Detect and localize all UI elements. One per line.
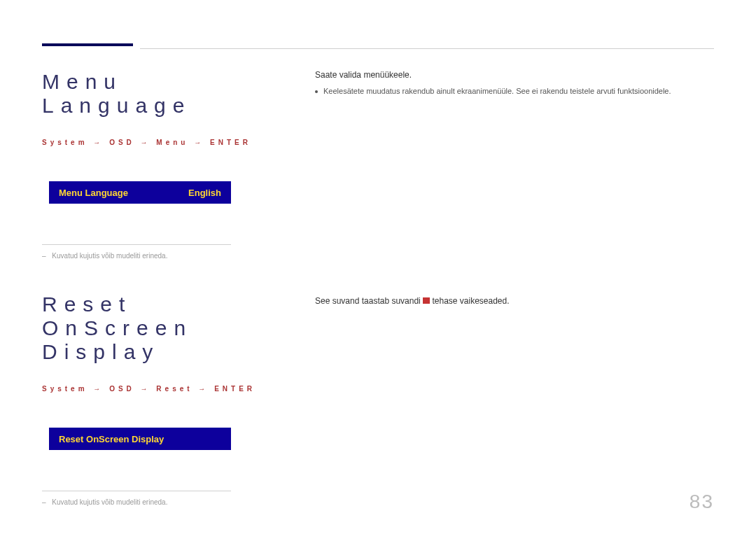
breadcrumb-reset-osd: System → OSD → Reset → ENTER bbox=[42, 385, 280, 393]
heading-menu-language: Menu Language bbox=[42, 70, 280, 118]
section-menu-language-right: Saate valida menüükeele. Keelesätete muu… bbox=[315, 70, 714, 95]
heading-reset-osd: Reset OnScreen Display bbox=[42, 293, 280, 364]
divider bbox=[42, 244, 231, 245]
section-reset-osd-left: Reset OnScreen Display System → OSD → Re… bbox=[42, 293, 280, 506]
menu-label: Menu Language bbox=[59, 188, 128, 198]
footnote-dash: – bbox=[42, 252, 46, 260]
inline-highlight-icon bbox=[423, 297, 430, 304]
bullet-dot-icon bbox=[315, 90, 318, 93]
bullet-text: Keelesätete muudatus rakendub ainult ekr… bbox=[323, 87, 671, 95]
menu-value: English bbox=[188, 188, 221, 198]
footnote-text: Kuvatud kujutis võib mudeliti erineda. bbox=[52, 498, 167, 506]
desc-reset-osd: See suvand taastab suvandi tehase vaikes… bbox=[315, 296, 714, 306]
desc-text-before: See suvand taastab suvandi bbox=[315, 296, 423, 306]
document-page: Menu Language System → OSD → Menu → ENTE… bbox=[0, 0, 756, 534]
desc-menu-language: Saate valida menüükeele. bbox=[315, 70, 714, 80]
divider bbox=[42, 491, 231, 491]
menu-row-reset[interactable]: Reset OnScreen Display bbox=[49, 428, 231, 450]
section-reset-osd-right: See suvand taastab suvandi tehase vaikes… bbox=[315, 296, 714, 306]
menu-row-language[interactable]: Menu Language English bbox=[49, 181, 231, 204]
menu-label: Reset OnScreen Display bbox=[59, 434, 164, 444]
section-menu-language-left: Menu Language System → OSD → Menu → ENTE… bbox=[42, 70, 280, 260]
header-rule bbox=[140, 48, 714, 49]
footnote-text: Kuvatud kujutis võib mudeliti erineda. bbox=[52, 252, 167, 260]
footnote-menu-language: – Kuvatud kujutis võib mudeliti erineda. bbox=[42, 252, 280, 260]
bullet-row: Keelesätete muudatus rakendub ainult ekr… bbox=[315, 87, 714, 95]
desc-text-after: tehase vaikeseaded. bbox=[430, 296, 509, 306]
page-number: 83 bbox=[690, 491, 714, 513]
footnote-dash: – bbox=[42, 498, 46, 506]
breadcrumb-menu-language: System → OSD → Menu → ENTER bbox=[42, 139, 280, 146]
header-accent-bar bbox=[42, 43, 133, 46]
footnote-reset-osd: – Kuvatud kujutis võib mudeliti erineda. bbox=[42, 498, 280, 506]
